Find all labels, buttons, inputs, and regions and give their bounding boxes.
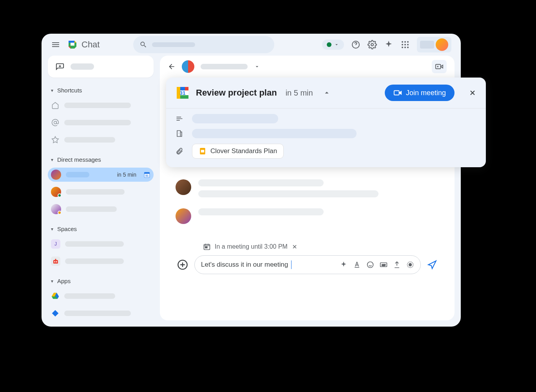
svg-point-17 [56,261,57,262]
conversation-header [160,56,455,78]
app-logo: Chat [67,39,100,51]
chevron-down-icon[interactable] [254,63,260,70]
shortcut-starred[interactable] [48,133,154,147]
presence-status: In a meeting until 3:00 PM [203,243,439,251]
meeting-card: 31 Review project plan in 5 min Join mee… [166,78,486,167]
attachment-icon [176,147,183,155]
room-icon [176,130,183,137]
chevron-down-icon: ▾ [51,278,53,284]
svg-point-11 [54,121,57,124]
attachment-name: Clover Standards Plan [210,147,277,155]
chevron-down-icon: ▾ [51,226,53,232]
message-item [176,179,439,197]
menu-icon[interactable] [51,40,60,49]
join-meeting-button[interactable]: Join meeting [385,85,455,101]
svg-point-16 [54,261,55,262]
svg-point-2 [402,41,403,43]
collapse-icon[interactable] [322,89,331,97]
space-item[interactable]: J [48,237,154,251]
svg-point-4 [407,41,409,43]
sparkle-icon[interactable] [340,261,348,269]
svg-point-9 [404,47,406,48]
space-item[interactable] [48,254,154,268]
account-menu[interactable] [417,37,451,52]
meeting-time: in 5 min [286,89,313,98]
join-label: Join meeting [406,89,446,97]
sparkle-icon[interactable] [384,40,393,49]
status-active-dot [327,42,331,47]
app-name: Chat [81,40,100,50]
record-icon[interactable] [406,261,414,269]
compose-text: Let's discuss it in our meeting [201,261,288,269]
chevron-down-icon: ▾ [51,157,53,163]
svg-point-8 [402,47,403,48]
shortcuts-header[interactable]: ▾ Shortcuts [48,85,154,95]
space-avatar: J [51,239,60,249]
app-item-jira[interactable] [48,306,154,320]
message-avatar [176,179,191,195]
svg-point-1 [371,43,373,46]
chevron-down-icon: ▾ [51,88,53,93]
search-icon [139,41,147,49]
svg-text:GIF: GIF [382,264,386,266]
video-icon [393,89,402,97]
shortcut-home[interactable] [48,98,154,112]
meeting-title: Review project plan [196,88,277,98]
apps-label: Apps [57,278,71,284]
gif-icon[interactable]: GIF [380,261,388,269]
spaces-label: Spaces [57,226,77,232]
back-icon[interactable] [168,63,176,70]
dm-item[interactable] [48,202,154,216]
svg-text:31: 31 [145,174,148,177]
help-icon[interactable] [351,40,360,49]
new-chat-icon [56,62,64,71]
svg-point-7 [407,44,409,45]
conversation-avatar [182,60,194,73]
shortcut-mentions[interactable] [48,116,154,130]
format-icon[interactable] [353,261,361,269]
svg-point-10 [407,47,409,48]
meeting-attachment[interactable]: Clover Standards Plan [192,144,284,159]
app-item-drive[interactable] [48,289,154,303]
spaces-header[interactable]: ▾ Spaces [48,224,154,234]
send-button[interactable] [427,260,437,270]
apps-grid-icon[interactable] [400,40,410,49]
dm-header[interactable]: ▾ Direct messages [48,155,154,164]
sidebar: ▾ Shortcuts ▾ Direct messages [48,56,154,320]
calendar-icon: 31 [143,171,150,178]
video-call-button[interactable] [432,60,447,73]
home-icon [51,101,60,110]
dm-label: Direct messages [57,156,101,163]
svg-point-33 [368,262,373,268]
status-text: In a meeting until 3:00 PM [215,243,288,250]
mention-icon [51,118,60,127]
emoji-icon[interactable] [366,261,374,269]
search-input[interactable] [133,36,274,53]
drive-icon [51,292,60,300]
svg-rect-18 [55,259,56,260]
calendar-icon: 31 [176,86,190,100]
dm-item-active[interactable]: in 5 min 31 [48,168,154,182]
dm-item[interactable] [48,185,154,199]
user-avatar [436,38,448,51]
svg-rect-30 [205,247,207,248]
conversation-panel: 31 Review project plan in 5 min Join mee… [160,56,455,320]
apps-header[interactable]: ▾ Apps [48,276,154,286]
status-menu[interactable] [322,40,344,50]
bot-icon [51,257,60,266]
description-icon [176,115,183,123]
calendar-busy-icon [203,243,211,251]
star-icon [51,135,60,144]
add-attachment-button[interactable] [177,259,188,270]
upload-icon[interactable] [393,261,401,269]
svg-point-37 [409,264,412,266]
dismiss-status-icon[interactable] [292,244,298,250]
close-icon[interactable] [469,89,476,97]
message-input[interactable]: Let's discuss it in our meeting GIF [194,255,421,274]
new-chat-button[interactable] [48,56,154,78]
chevron-down-icon [334,42,339,47]
settings-icon[interactable] [368,40,377,49]
dm-avatar [51,187,61,197]
svg-rect-15 [53,260,58,264]
svg-rect-26 [394,91,399,95]
